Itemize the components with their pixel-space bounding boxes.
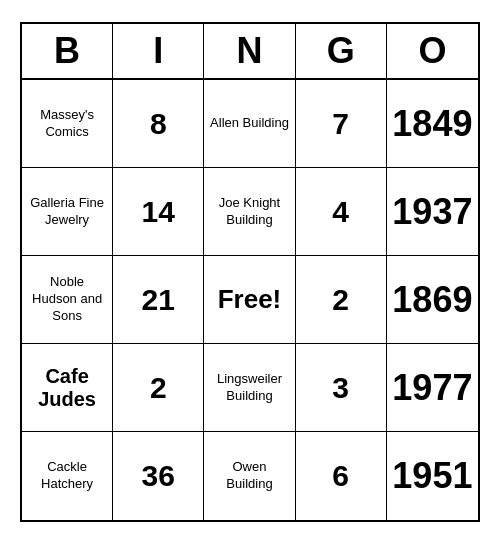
cell-content-1: 8 — [150, 107, 167, 141]
bingo-cell-6: 14 — [113, 168, 204, 256]
bingo-cell-1: 8 — [113, 80, 204, 168]
bingo-cell-12: Free! — [204, 256, 295, 344]
bingo-cell-17: Lingsweiler Building — [204, 344, 295, 432]
cell-content-19: 1977 — [392, 367, 472, 409]
bingo-cell-8: 4 — [296, 168, 387, 256]
bingo-cell-23: 6 — [296, 432, 387, 520]
cell-content-18: 3 — [332, 371, 349, 405]
header-letter-n: N — [204, 24, 295, 78]
bingo-cell-14: 1869 — [387, 256, 478, 344]
bingo-cell-3: 7 — [296, 80, 387, 168]
bingo-cell-16: 2 — [113, 344, 204, 432]
cell-content-5: Galleria Fine Jewelry — [26, 195, 108, 229]
cell-content-0: Massey's Comics — [26, 107, 108, 141]
bingo-card: BINGO Massey's Comics8Allen Building7184… — [20, 22, 480, 522]
cell-content-9: 1937 — [392, 191, 472, 233]
bingo-cell-13: 2 — [296, 256, 387, 344]
cell-content-16: 2 — [150, 371, 167, 405]
bingo-cell-4: 1849 — [387, 80, 478, 168]
bingo-cell-0: Massey's Comics — [22, 80, 113, 168]
cell-content-12: Free! — [218, 284, 282, 315]
bingo-cell-11: 21 — [113, 256, 204, 344]
cell-content-7: Joe Knight Building — [208, 195, 290, 229]
bingo-grid: Massey's Comics8Allen Building71849Galle… — [22, 80, 478, 520]
cell-content-17: Lingsweiler Building — [208, 371, 290, 405]
bingo-cell-18: 3 — [296, 344, 387, 432]
bingo-cell-20: Cackle Hatchery — [22, 432, 113, 520]
bingo-cell-5: Galleria Fine Jewelry — [22, 168, 113, 256]
header-letter-o: O — [387, 24, 478, 78]
cell-content-23: 6 — [332, 459, 349, 493]
bingo-cell-10: Noble Hudson and Sons — [22, 256, 113, 344]
bingo-cell-2: Allen Building — [204, 80, 295, 168]
cell-content-15: Cafe Judes — [26, 365, 108, 411]
cell-content-8: 4 — [332, 195, 349, 229]
bingo-header: BINGO — [22, 24, 478, 80]
cell-content-20: Cackle Hatchery — [26, 459, 108, 493]
cell-content-11: 21 — [142, 283, 175, 317]
cell-content-24: 1951 — [392, 455, 472, 497]
cell-content-4: 1849 — [392, 103, 472, 145]
cell-content-10: Noble Hudson and Sons — [26, 274, 108, 325]
cell-content-22: Owen Building — [208, 459, 290, 493]
cell-content-21: 36 — [142, 459, 175, 493]
header-letter-g: G — [296, 24, 387, 78]
cell-content-2: Allen Building — [210, 115, 289, 132]
cell-content-13: 2 — [332, 283, 349, 317]
bingo-cell-7: Joe Knight Building — [204, 168, 295, 256]
cell-content-3: 7 — [332, 107, 349, 141]
bingo-cell-21: 36 — [113, 432, 204, 520]
bingo-cell-24: 1951 — [387, 432, 478, 520]
bingo-cell-9: 1937 — [387, 168, 478, 256]
bingo-cell-22: Owen Building — [204, 432, 295, 520]
bingo-cell-19: 1977 — [387, 344, 478, 432]
cell-content-6: 14 — [142, 195, 175, 229]
cell-content-14: 1869 — [392, 279, 472, 321]
bingo-cell-15: Cafe Judes — [22, 344, 113, 432]
header-letter-b: B — [22, 24, 113, 78]
header-letter-i: I — [113, 24, 204, 78]
